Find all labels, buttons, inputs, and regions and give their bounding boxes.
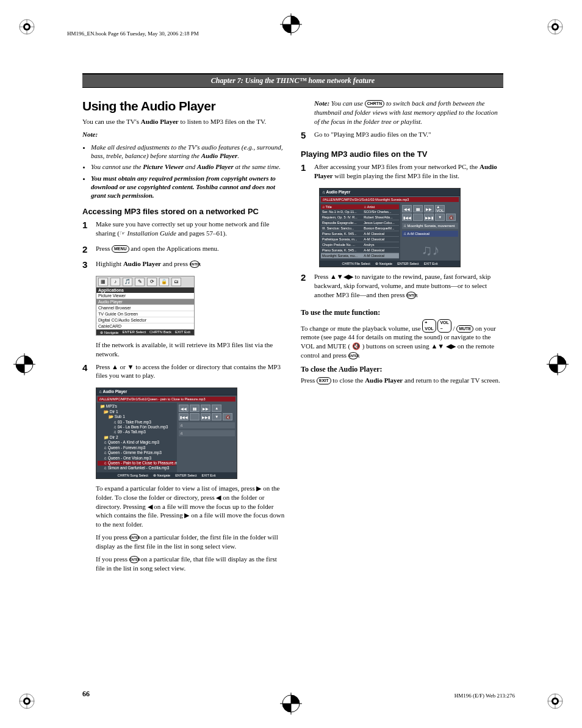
crop-mark [547, 693, 564, 710]
ap-controls: ◀◀▮▮▶▶▲VOL [402, 205, 458, 212]
now-playing: ♫ [179, 422, 235, 428]
step-3: Highlight Audio Player and press ENTER. [96, 259, 285, 268]
h2-accessing: Accessing MP3 files stored on a networke… [82, 207, 285, 216]
page-number: 66 [82, 690, 90, 699]
enter-button-icon: ENTER [348, 352, 358, 359]
reg-mark [280, 693, 302, 715]
svg-point-2 [25, 25, 29, 29]
menu-footer: ⊕ NavigateENTER SelectCHRTN BackEXIT Exi… [96, 330, 194, 335]
enter-button-icon: ENTER [190, 261, 199, 268]
ap-footer: CHRTN File Select⊕ NavigateENTER SelectE… [320, 261, 460, 267]
note-list: Make all desired adjustments to the TV's… [91, 143, 285, 200]
step-4: Press ▲ or ▼ to access the folder or dir… [96, 362, 285, 381]
play-1: After accessing your MP3 files from your… [314, 162, 503, 181]
note-item: You cannot use the Picture Viewer and Au… [91, 162, 285, 171]
step-num: 3 [82, 259, 96, 270]
svg-point-8 [25, 699, 29, 703]
page-footer: HM196 (E/F) Web 213:276 [454, 693, 515, 699]
now-playing-title: ♫ Moonlight Sonata, movement [402, 223, 458, 229]
menu-item: Channel Browser [96, 305, 194, 311]
if-folder: If you press ENTER on a particular folde… [96, 533, 285, 551]
enter-button-icon: ENTER [129, 534, 139, 541]
page-header: HM196_EN.book Page 66 Tuesday, May 30, 2… [67, 31, 199, 37]
now-playing-artist: ♫ A-M Classical [402, 231, 458, 237]
after-app: If the network is available, it will ret… [96, 341, 285, 359]
menu-item: Digital CC/Audio Selector [96, 317, 194, 323]
now-playing: ♫ [179, 430, 235, 436]
mute-text: To change or mute the playback volume, u… [301, 319, 503, 360]
crop-mark [18, 18, 35, 35]
step-num: 4 [82, 362, 96, 373]
step-num: 2 [82, 244, 96, 254]
svg-point-11 [553, 699, 557, 703]
crop-mark [18, 693, 35, 710]
h1-audio-player: Using the Audio Player [82, 99, 285, 114]
step-num: 1 [82, 220, 96, 230]
reg-mark [280, 13, 302, 35]
ap-controls: ▮◀◀▶▶▮▼🔇 [179, 413, 235, 420]
play-2: Press ▲▼◀▶ to navigate to the rewind, pa… [314, 272, 503, 300]
step-2: Press MENU and open the Applications men… [96, 244, 285, 253]
mute-button-icon: MUTE [456, 325, 473, 333]
ap-controls: ◀◀▮▮▶▶▲ [179, 405, 235, 412]
expand-text: To expand a particular folder to view a … [96, 484, 285, 529]
applications-menu-figure: ▦♪🎵✎⟳🔒🗂 Applications Picture Viewer Audi… [96, 276, 195, 336]
h2-playing: Playing MP3 audio files on the TV [301, 150, 503, 159]
step-num: 2 [301, 272, 314, 283]
reg-mark [13, 353, 35, 375]
close-text: Press EXIT to close the Audio Player and… [301, 376, 503, 385]
intro: You can use the TV's Audio Player to lis… [82, 117, 285, 126]
menu-item-selected: Audio Player [96, 299, 194, 305]
crop-mark [547, 18, 564, 35]
ap-path: //ALLEN/MPC/MP3's/Dir1/Sub1/Queen - pain… [98, 397, 235, 402]
menu-icons: ▦♪🎵✎⟳🔒🗂 [96, 276, 194, 287]
reg-mark [547, 353, 569, 375]
ap-controls: ▮◀◀▶▶▮▼🔇 [402, 214, 458, 221]
ap-footer: CHRTN Song Select⊕ NavigateENTER SelectE… [96, 472, 237, 478]
h3-close: To close the Audio Player: [301, 365, 503, 374]
note-item: Make all desired adjustments to the TV's… [91, 143, 285, 160]
music-icon: ♫♪ [402, 242, 458, 259]
ap-path: //ALLEN/MPC/MP3's/Dir1/Sub1/02-Moonlight… [321, 197, 459, 202]
note-label: Note: [82, 130, 285, 139]
chrtn-button-icon: CHRTN [365, 100, 385, 107]
step-1: Make sure you have correctly set up your… [96, 220, 285, 238]
if-file: If you press ENTER on a particular file,… [96, 555, 285, 573]
enter-button-icon: ENTER [129, 556, 139, 563]
track-table: ♫ Title♫ Artist Ser. No.1 in D, Op.11...… [321, 204, 399, 259]
step-num: 5 [301, 130, 314, 140]
exit-button-icon: EXIT [317, 377, 331, 384]
ap-tree: 📁 MP3's📂 Dir 1📂 Sub 1 ♫ 03 - Take Five.m… [98, 404, 176, 471]
menu-item: TV Guide On Screen [96, 311, 194, 317]
chapter-bar: Chapter 7: Using the THINC™ home network… [82, 73, 503, 88]
menu-item: Picture Viewer [96, 293, 194, 299]
h3-mute: To use the mute function: [301, 308, 503, 317]
audio-player-playback-figure: Audio Player //ALLEN/MPC/MP3's/Dir1/Sub1… [319, 188, 461, 267]
svg-point-5 [553, 25, 557, 29]
step-num: 1 [301, 162, 314, 173]
note-item: You must obtain any required permission … [91, 174, 285, 200]
menu-title: Applications [96, 287, 194, 293]
vol-minus-icon: VOL− [437, 319, 451, 333]
step-5: Go to "Playing MP3 audio files on the TV… [314, 130, 503, 139]
note-right: Note: You can use CHRTN to switch back a… [314, 99, 503, 126]
ap-title: Audio Player [320, 189, 460, 196]
audio-player-folder-figure: Audio Player //ALLEN/MPC/MP3's/Dir1/Sub1… [96, 387, 237, 479]
menu-item: CableCARD [96, 323, 194, 330]
ap-title: Audio Player [96, 388, 237, 395]
vol-plus-icon: +VOL [422, 319, 436, 333]
enter-button-icon: ENTER [406, 292, 416, 299]
menu-button-icon: MENU [112, 245, 129, 253]
